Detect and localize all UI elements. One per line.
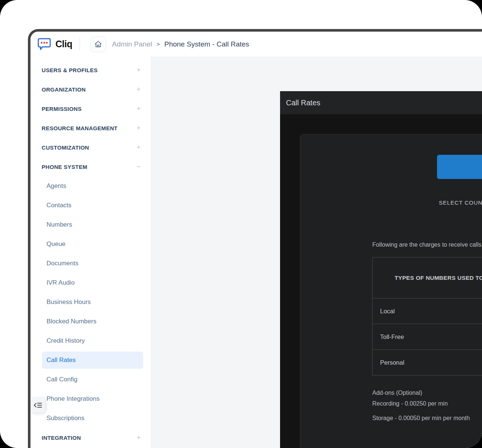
sidebar-item-contacts[interactable]: Contacts — [30, 196, 151, 215]
sidebar-item-queue[interactable]: Queue — [30, 234, 151, 254]
call-rates-table-body: TYPES OF NUMBERS USED TO RECEIVE CALLS C… — [373, 257, 482, 375]
page-title: Call Rates — [286, 99, 320, 107]
sidebar-item-pill: Call Config — [42, 371, 143, 388]
breadcrumb-separator: > — [157, 41, 160, 47]
breadcrumb-admin-panel[interactable]: Admin Panel — [112, 40, 152, 48]
sidebar-section-users-profiles[interactable]: USERS & PROFILES+ — [30, 60, 151, 80]
sidebar-nav: USERS & PROFILES+ORGANIZATION+PERMISSION… — [30, 60, 151, 447]
sidebar-item-pill: Subscriptions — [42, 410, 143, 427]
table-row-personal: PersonalFree — [373, 350, 482, 375]
sidebar-item-call-rates[interactable]: Call Rates — [30, 351, 151, 370]
cliq-logo[interactable]: Cliq — [37, 37, 72, 51]
addons-recording: Recording - 0.00250 per min — [372, 400, 470, 407]
sidebar-item-documents[interactable]: Documents — [30, 254, 151, 273]
tab-inbound[interactable]: Inbound — [437, 155, 482, 179]
sidebar: USERS & PROFILES+ORGANIZATION+PERMISSION… — [30, 57, 151, 448]
collapse-sidebar-button[interactable] — [30, 397, 45, 413]
sidebar-item-label: Numbers — [46, 221, 72, 228]
sidebar-item-numbers[interactable]: Numbers — [30, 215, 151, 234]
expand-icon[interactable]: + — [136, 124, 141, 132]
sidebar-section-label: USERS & PROFILES — [42, 67, 98, 73]
sidebar-section-permissions[interactable]: PERMISSIONS+ — [30, 99, 151, 118]
sidebar-item-label: Queue — [46, 240, 65, 248]
addons-storage: Storage - 0.00050 per min per month — [372, 415, 470, 422]
sidebar-item-pill: Business Hours — [42, 294, 143, 311]
breadcrumb: Admin Panel > Phone System - Call Rates — [112, 40, 249, 48]
charges-description-text: Following are the charges to receive cal… — [372, 241, 482, 248]
country-selector-row: SELECT COUNTRY United States — [439, 194, 482, 211]
sidebar-item-pill: Phone Integrations — [42, 390, 143, 407]
page: Cliq Admin Panel > Phone System - Call R… — [0, 0, 482, 448]
sidebar-item-credit-history[interactable]: Credit History — [30, 331, 151, 351]
collapse-sidebar-icon — [33, 401, 42, 409]
sidebar-item-subscriptions[interactable]: Subscriptions — [30, 409, 151, 428]
sidebar-section-resource-management[interactable]: RESOURCE MANAGEMENT+ — [30, 118, 151, 138]
expand-icon[interactable]: + — [136, 144, 141, 151]
expand-icon[interactable]: + — [136, 434, 141, 442]
admin-panel-card: Cliq Admin Panel > Phone System - Call R… — [28, 29, 482, 448]
app-header: Cliq Admin Panel > Phone System - Call R… — [30, 32, 482, 57]
sidebar-item-pill: Contacts — [42, 197, 143, 214]
sidebar-section-label: INTEGRATION — [42, 435, 81, 441]
sidebar-item-pill: Numbers — [42, 216, 143, 233]
content-background: Call Rates Inbound Outbound SELECT COUN — [151, 57, 482, 448]
sidebar-item-label: Call Rates — [46, 356, 75, 364]
sidebar-item-label: Call Config — [46, 376, 77, 383]
sidebar-item-pill: Call Rates — [42, 352, 143, 369]
sidebar-item-agents[interactable]: Agents — [30, 176, 151, 196]
expand-icon[interactable]: + — [136, 105, 141, 113]
call-rates-table: TYPES OF NUMBERS USED TO RECEIVE CALLS C… — [372, 257, 482, 375]
sidebar-section-phone-system[interactable]: PHONE SYSTEM− — [30, 157, 151, 176]
cliq-logo-icon — [37, 37, 52, 51]
sidebar-item-label: Phone Integrations — [46, 395, 100, 403]
header-divider — [80, 38, 80, 51]
sidebar-section-label: RESOURCE MANAGEMENT — [42, 125, 118, 131]
sidebar-item-pill: Agents — [42, 177, 143, 195]
logo-text: Cliq — [55, 39, 72, 49]
sidebar-item-label: Contacts — [46, 202, 71, 209]
direction-tabs: Inbound Outbound — [437, 155, 482, 179]
addons-section: Add-ons (Optional) Recording - 0.00250 p… — [372, 390, 470, 422]
module-titlebar: Call Rates — [280, 91, 482, 114]
breadcrumb-current-page: Phone System - Call Rates — [164, 40, 249, 48]
sidebar-section-integration[interactable]: INTEGRATION+ — [30, 428, 151, 447]
sidebar-item-pill: Blocked Numbers — [42, 313, 143, 330]
sidebar-item-label: Subscriptions — [46, 415, 84, 422]
sidebar-item-business-hours[interactable]: Business Hours — [30, 292, 151, 312]
table-row-local: Local0.008 — [373, 298, 482, 324]
sidebar-item-call-config[interactable]: Call Config — [30, 370, 151, 389]
sidebar-item-label: Credit History — [46, 337, 85, 345]
number-type-cell: Toll-Free — [373, 324, 482, 350]
sidebar-item-pill: IVR Audio — [42, 274, 143, 291]
home-button[interactable] — [90, 36, 106, 52]
sidebar-section-organization[interactable]: ORGANIZATION+ — [30, 80, 151, 99]
sidebar-item-phone-integrations[interactable]: Phone Integrations — [30, 389, 151, 409]
expand-icon[interactable]: + — [136, 66, 141, 74]
sidebar-item-pill: Documents — [42, 255, 143, 272]
sidebar-item-pill: Credit History — [42, 332, 143, 349]
table-header-types: TYPES OF NUMBERS USED TO RECEIVE CALLS — [373, 257, 482, 298]
addons-title: Add-ons (Optional) — [372, 390, 470, 396]
sidebar-item-ivr-audio[interactable]: IVR Audio — [30, 273, 151, 292]
sidebar-section-label: PERMISSIONS — [42, 106, 82, 112]
charges-description: Following are the charges to receive cal… — [372, 241, 482, 248]
sidebar-item-blocked-numbers[interactable]: Blocked Numbers — [30, 312, 151, 331]
sidebar-item-label: Blocked Numbers — [46, 318, 96, 325]
table-row-toll-free: Toll-Free0.02 — [373, 324, 482, 350]
sidebar-item-label: Business Hours — [46, 298, 91, 306]
sidebar-section-label: CUSTOMIZATION — [42, 144, 89, 151]
call-rates-panel: Inbound Outbound SELECT COUNTRY United S… — [300, 134, 482, 448]
sidebar-section-customization[interactable]: CUSTOMIZATION+ — [30, 138, 151, 157]
home-icon — [94, 40, 102, 48]
sidebar-section-label: PHONE SYSTEM — [42, 164, 87, 170]
collapse-icon[interactable]: − — [136, 163, 141, 171]
number-type-cell: Personal — [373, 350, 482, 375]
sidebar-item-label: IVR Audio — [46, 279, 75, 287]
sidebar-item-pill: Queue — [42, 236, 143, 253]
number-type-cell: Local — [373, 298, 482, 324]
sidebar-item-label: Agents — [46, 182, 66, 190]
sidebar-section-label: ORGANIZATION — [42, 86, 86, 93]
sidebar-item-label: Documents — [46, 260, 78, 267]
call-rates-module: Call Rates Inbound Outbound SELECT COUN — [280, 91, 482, 448]
expand-icon[interactable]: + — [136, 86, 141, 93]
